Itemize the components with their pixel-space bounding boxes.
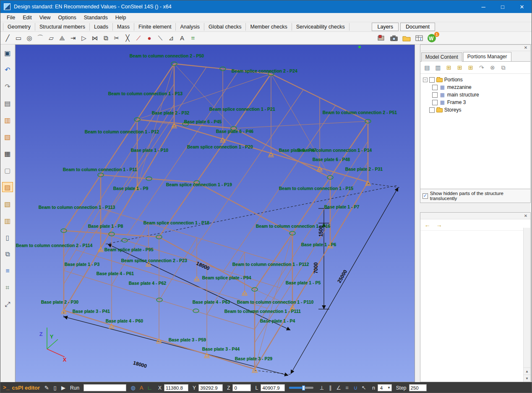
fit-view-icon[interactable]: ⤢ xyxy=(2,299,13,310)
portions-checkbox[interactable] xyxy=(429,77,435,83)
move-tool-icon[interactable]: ⇥ xyxy=(68,33,78,43)
menu-item[interactable]: Standards xyxy=(80,14,112,21)
slope-tool-icon[interactable]: ⟋ xyxy=(133,33,144,43)
close-icon[interactable]: ✕ xyxy=(523,45,529,50)
box-tool-icon[interactable]: ⟁ xyxy=(57,33,68,43)
redo-icon[interactable]: ↷ xyxy=(2,81,13,91)
scroll-down-icon[interactable]: ▼ xyxy=(524,375,530,382)
grid-tool-icon[interactable]: ⌗ xyxy=(188,33,198,43)
portion-new-from-selection-icon[interactable]: ⊞ xyxy=(455,63,465,72)
snap-magnet-icon[interactable]: ∪ xyxy=(351,384,360,392)
member-tool-icon[interactable]: ⟍ xyxy=(155,33,166,43)
ribbon-tab[interactable]: Analysis xyxy=(176,23,204,31)
tree-item-storeys[interactable]: Storeys xyxy=(423,106,528,114)
node-tool-icon[interactable]: ● xyxy=(144,33,155,43)
run-button[interactable]: Run xyxy=(70,385,79,391)
save-icon[interactable]: ▣ xyxy=(2,48,13,58)
columns-icon[interactable]: ≡ xyxy=(2,266,13,276)
tree-item-portions[interactable]: − Portions xyxy=(423,76,528,83)
history-forward-icon[interactable]: → xyxy=(435,221,444,229)
scroll-up-icon[interactable]: ▲ xyxy=(524,367,530,375)
grid-icon[interactable]: ▦ xyxy=(2,148,13,159)
snap-parallel-icon[interactable]: ∥ xyxy=(326,384,334,392)
menu-item[interactable]: Options xyxy=(55,14,80,21)
menu-item[interactable]: Help xyxy=(112,14,130,21)
tree-item-frame-3[interactable]: ▦ Frame 3 xyxy=(423,99,528,106)
snap-angle-icon[interactable]: ∠ xyxy=(334,384,343,392)
tree-item-mezzanine[interactable]: ▦ mezzanine xyxy=(423,83,528,91)
mezzanine-checkbox[interactable] xyxy=(432,85,438,90)
close-icon[interactable]: ✕ xyxy=(523,213,529,219)
tree-label[interactable]: mezzanine xyxy=(447,84,472,90)
snap-perpendicular-icon[interactable]: ⟂ xyxy=(318,384,326,392)
panel-toggle-button[interactable]: Layers xyxy=(372,23,399,31)
extrude-tool-icon[interactable]: ▷ xyxy=(78,33,89,43)
mirror-tool-icon[interactable]: ⋈ xyxy=(89,33,100,43)
step-input[interactable] xyxy=(409,384,427,391)
frame-3-checkbox[interactable] xyxy=(432,100,438,105)
panel-toggle-button[interactable]: Document xyxy=(400,23,435,31)
expander-icon[interactable]: − xyxy=(423,78,428,82)
cspi-editor-label[interactable]: csPI editor xyxy=(12,385,40,391)
storeys-checkbox[interactable] xyxy=(429,107,435,113)
detail-scrollbar[interactable]: ▲ ▼ xyxy=(523,228,530,382)
break-tool-icon[interactable]: ╳ xyxy=(122,33,133,43)
ribbon-tab[interactable]: Member checks xyxy=(246,23,292,31)
history-back-icon[interactable]: ← xyxy=(423,221,432,229)
zoom-slider[interactable] xyxy=(289,385,313,391)
folder-up-icon[interactable]: ▥ xyxy=(2,216,13,226)
pages-icon[interactable]: ⧉ xyxy=(2,249,13,259)
screenshot-icon[interactable] xyxy=(389,34,399,43)
ribbon-tab[interactable]: Geometry xyxy=(3,23,35,31)
stamp-icon[interactable]: ▤ xyxy=(2,98,13,108)
console-prompt-icon[interactable]: >_ xyxy=(3,385,10,391)
tree-label[interactable]: Frame 3 xyxy=(447,99,466,105)
page-icon[interactable]: ▯ xyxy=(2,232,13,242)
minimize-button[interactable]: ─ xyxy=(474,0,493,13)
menu-item[interactable]: Edit xyxy=(19,14,36,21)
ribbon-tab[interactable]: Finite element xyxy=(134,23,176,31)
n-select[interactable]: 4 ▼ xyxy=(378,384,392,391)
portion-list-icon[interactable]: ▤ xyxy=(422,63,432,72)
run-script-icon[interactable]: ▶ xyxy=(59,384,68,392)
maximize-button[interactable]: □ xyxy=(493,0,512,13)
portion-box-icon[interactable]: ▥ xyxy=(433,63,443,72)
array-tool-icon[interactable]: ⧉ xyxy=(100,33,111,43)
plane-tool-icon[interactable]: ▱ xyxy=(46,33,57,43)
coord-l-input[interactable] xyxy=(261,384,285,391)
main-structure-checkbox[interactable] xyxy=(432,92,438,98)
anchor-icon[interactable]: ⌗ xyxy=(2,283,13,293)
pointer-mode-icon[interactable]: ↖ xyxy=(360,384,368,392)
open-model-icon[interactable] xyxy=(402,34,412,43)
detail-panel-content[interactable] xyxy=(420,231,530,382)
text-tool-icon[interactable]: A xyxy=(177,33,188,43)
cut-tool-icon[interactable]: ✂ xyxy=(111,33,122,43)
render-style-icon[interactable] xyxy=(376,34,386,43)
local-axis-icon[interactable]: ∟ xyxy=(146,384,154,392)
tree-label[interactable]: Portions xyxy=(444,77,463,83)
ribbon-tab[interactable]: Mass xyxy=(113,23,134,31)
ribbon-tab[interactable]: Structural members xyxy=(35,23,90,31)
portion-new-storey-icon[interactable]: ⊞ xyxy=(466,63,476,72)
coord-y-input[interactable] xyxy=(198,384,223,391)
arc-tool-icon[interactable]: ⌒ xyxy=(35,33,46,43)
ribbon-tab[interactable]: Global checks xyxy=(204,23,246,31)
highlight-text-icon[interactable]: A xyxy=(137,384,146,392)
tree-label[interactable]: Storeys xyxy=(444,107,462,113)
tab-model-content[interactable]: Model Content xyxy=(421,52,462,62)
close-button[interactable]: ✕ xyxy=(512,0,532,13)
coord-x-input[interactable] xyxy=(164,384,188,391)
menu-item[interactable]: File xyxy=(3,14,19,21)
circle-tool-icon[interactable]: ◎ xyxy=(24,33,35,43)
folder2-icon[interactable]: ▧ xyxy=(2,199,13,209)
tree-label[interactable]: main structure xyxy=(447,92,479,98)
portion-new-icon[interactable]: ⊞ xyxy=(444,63,454,72)
tree-item-main-structure[interactable]: ▦ main structure xyxy=(423,91,528,99)
edit-script-icon[interactable]: ✎ xyxy=(42,384,51,392)
tab-portions-manager[interactable]: Portions Manager xyxy=(463,52,511,61)
portion-delete-icon[interactable]: ⊗ xyxy=(488,63,498,72)
line-tool-icon[interactable]: ╱ xyxy=(2,33,13,43)
show-hidden-checkbox[interactable] xyxy=(422,193,428,199)
consteel-logo[interactable]: W 1 xyxy=(427,34,437,43)
measure-tool-icon[interactable]: ⊿ xyxy=(166,33,177,43)
